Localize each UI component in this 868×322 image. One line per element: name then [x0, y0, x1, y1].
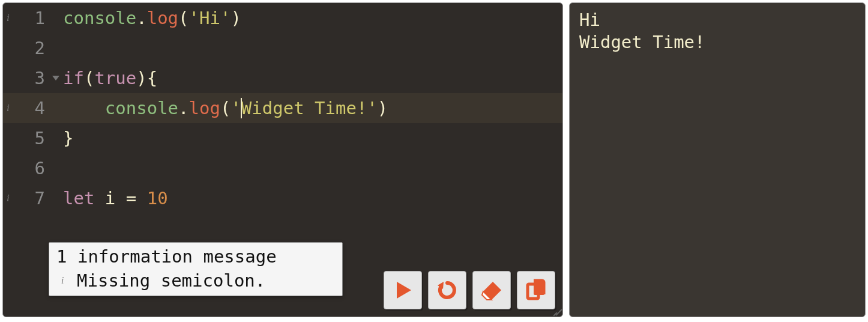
token-str: ': [231, 98, 241, 118]
editor-toolbar: [384, 271, 555, 309]
code-text[interactable]: console.log('Hi'): [51, 3, 241, 33]
token-paren: (: [220, 98, 231, 118]
token-kw: if: [63, 68, 84, 88]
copy-button[interactable]: [517, 271, 555, 309]
token-dot: .: [136, 8, 146, 28]
code-text[interactable]: console.log('Widget Time!'): [51, 93, 388, 123]
run-button[interactable]: [384, 271, 422, 309]
token-paren: (: [84, 68, 94, 88]
line-number: 6: [35, 153, 45, 183]
token-str: Widget Time!': [241, 98, 378, 118]
code-text[interactable]: if(true){: [51, 63, 157, 93]
info-icon: i: [7, 93, 10, 123]
gutter[interactable]: 2: [3, 33, 51, 63]
undo-icon: [435, 278, 459, 302]
token-brace: }: [63, 128, 73, 148]
line-number: 7: [35, 183, 45, 213]
token-obj: console: [105, 98, 178, 118]
token-str: 'Hi': [189, 8, 231, 28]
code-line[interactable]: i4 console.log('Widget Time!'): [3, 93, 562, 123]
lint-message-detail: Missing semicolon.: [77, 270, 265, 291]
token-fn: log: [189, 98, 220, 118]
token-num: 10: [147, 188, 168, 208]
info-icon: i: [7, 3, 10, 33]
line-number: 3: [35, 63, 45, 93]
info-icon: i: [56, 275, 68, 287]
token-paren: ): [136, 68, 146, 88]
code-area[interactable]: i1console.log('Hi')23if(true){i4 console…: [3, 3, 562, 213]
code-text[interactable]: let i = 10: [51, 183, 168, 213]
console-output-panel: Hi Widget Time!: [569, 2, 866, 317]
reset-button[interactable]: [428, 271, 466, 309]
code-text[interactable]: }: [51, 123, 73, 153]
gutter[interactable]: i7: [3, 183, 51, 213]
token-fn: log: [147, 8, 178, 28]
code-line[interactable]: i1console.log('Hi'): [3, 3, 562, 33]
code-editor-panel[interactable]: i1console.log('Hi')23if(true){i4 console…: [2, 2, 563, 317]
line-number: 2: [35, 33, 45, 63]
token-op: =: [126, 188, 147, 208]
token-var: i: [94, 188, 125, 208]
code-line[interactable]: 5}: [3, 123, 562, 153]
code-line[interactable]: 2: [3, 33, 562, 63]
lint-message-tooltip: 1 information message i Missing semicolo…: [49, 242, 343, 296]
token-paren: ): [378, 98, 388, 118]
token-dot: .: [178, 98, 188, 118]
gutter[interactable]: 5: [3, 123, 51, 153]
line-number: 1: [35, 3, 45, 33]
token-paren: (: [178, 8, 188, 28]
token-obj: console: [63, 8, 136, 28]
token-bool: true: [94, 68, 136, 88]
code-line[interactable]: 3if(true){: [3, 63, 562, 93]
console-output-text: Hi Widget Time!: [579, 10, 705, 52]
gutter[interactable]: 6: [3, 153, 51, 183]
eraser-icon: [480, 278, 504, 302]
code-line[interactable]: i7let i = 10: [3, 183, 562, 213]
gutter[interactable]: 3: [3, 63, 51, 93]
line-number: 5: [35, 123, 45, 153]
token-paren: ): [231, 8, 241, 28]
resize-grip[interactable]: [550, 305, 561, 315]
gutter[interactable]: i1: [3, 3, 51, 33]
clear-button[interactable]: [472, 271, 511, 309]
lint-message-title: 1 information message: [49, 243, 342, 269]
text-cursor: [241, 98, 242, 118]
code-line[interactable]: 6: [3, 153, 562, 183]
token-kw: let: [63, 188, 94, 208]
info-icon: i: [7, 183, 10, 213]
play-icon: [391, 278, 415, 302]
copy-icon: [524, 278, 548, 302]
line-number: 4: [35, 93, 45, 123]
svg-rect-1: [534, 281, 544, 295]
token-brace: {: [147, 68, 157, 88]
gutter[interactable]: i4: [3, 93, 51, 123]
